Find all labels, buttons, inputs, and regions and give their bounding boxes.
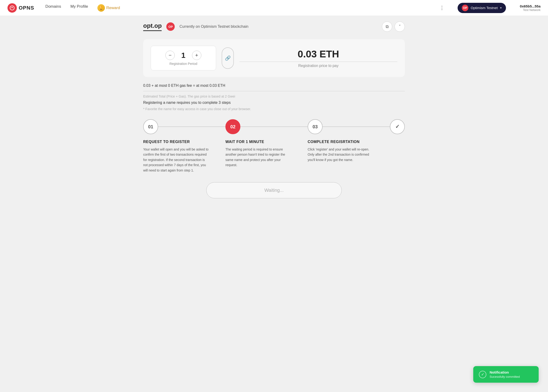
reward-icon: 🏆 — [97, 4, 105, 12]
network-selector-button[interactable]: OP Optimism Testnet ▾ — [458, 3, 506, 13]
op-badge: OP — [462, 5, 468, 11]
price-section: 0.03 ETH Registration price to pay — [239, 49, 397, 68]
step-check-header: ✓ — [390, 119, 405, 134]
divider — [143, 91, 405, 91]
step-3-desc: Click 'register' and your wallet will re… — [308, 147, 373, 162]
nav-more-button[interactable]: ⋮ — [438, 4, 446, 12]
step-2-title: WAIT FOR 1 MINUTE — [225, 140, 264, 144]
favorite-note: * Favorite the name for easy access in c… — [143, 107, 405, 111]
plus-icon: + — [195, 52, 198, 58]
step-1-title: REQUEST TO REGISTER — [143, 140, 190, 144]
nav-domains[interactable]: Domains — [45, 4, 61, 12]
network-label: Optimism Testnet — [471, 6, 498, 10]
step-check-circle: ✓ — [390, 119, 405, 134]
wallet-network: Test Network — [520, 8, 541, 12]
wallet-info: 0x65b5...55a Test Network — [520, 4, 541, 12]
wallet-address: 0x65b5...55a — [520, 4, 541, 8]
domain-actions: ⧉ ˅ — [382, 21, 405, 32]
nav-links: Domains My Profile 🏆 Reward — [45, 4, 426, 12]
step-2: 02 WAIT FOR 1 MINUTE The waiting period … — [225, 119, 308, 168]
link-toggle-button[interactable]: 🔗 — [222, 47, 234, 69]
gas-summary: 0.03 + at most 0 ETH gas fee = at most 0… — [143, 84, 405, 88]
step-1-desc: Your wallet will open and you will be as… — [143, 147, 209, 173]
period-label: Registration Period — [169, 62, 197, 66]
steps-required-text: Registering a name requires you to compl… — [143, 101, 405, 105]
nav-reward-label: Reward — [106, 6, 120, 10]
estimated-text: Estimated Total (Price + Gas). The gas p… — [143, 95, 405, 98]
logo[interactable]: OPNS — [7, 3, 34, 13]
step-1-circle: 01 — [143, 119, 158, 134]
period-controls: − 1 + — [165, 51, 201, 60]
price-divider — [239, 62, 397, 62]
copy-button[interactable]: ⧉ — [382, 21, 392, 32]
minus-icon: − — [169, 52, 172, 58]
period-box: − 1 + Registration Period — [151, 46, 216, 70]
notification-content: Notification Sucessfully committed — [490, 370, 520, 378]
chevron-down-icon: ˅ — [399, 24, 401, 29]
step-3-title: COMPLETE REGISRTATION — [308, 140, 360, 144]
domain-bar: opt.op OP Currently on Optimism Testnet … — [143, 21, 405, 32]
notification-check-icon: ✓ — [479, 371, 486, 378]
price-value: 0.03 ETH — [239, 49, 397, 60]
notification-subtitle: Sucessfully committed — [490, 375, 520, 378]
step-1-line — [158, 126, 225, 127]
step-2-desc: The waiting period is required to ensure… — [225, 147, 291, 168]
step-3-line — [323, 126, 390, 127]
period-value: 1 — [181, 51, 186, 60]
price-label: Registration price to pay — [239, 64, 397, 68]
chain-badge: OP — [166, 22, 175, 31]
step-1-header: 01 — [143, 119, 225, 134]
decrement-button[interactable]: − — [165, 51, 175, 60]
gas-info: 0.03 + at most 0 ETH gas fee = at most 0… — [143, 84, 405, 111]
registration-panel: − 1 + Registration Period 🔗 0.03 ETH Reg… — [143, 39, 405, 77]
step-check: ✓ — [390, 119, 405, 140]
step-2-circle: 02 — [225, 119, 240, 134]
chain-text: Currently on Optimism Testnet blockchain — [179, 25, 248, 29]
step-2-line — [240, 126, 308, 127]
chevron-down-icon: ▾ — [500, 6, 502, 10]
steps-row: 01 REQUEST TO REGISTER Your wallet will … — [143, 119, 405, 173]
nav-my-profile[interactable]: My Profile — [70, 4, 88, 12]
nav-reward[interactable]: 🏆 Reward — [97, 4, 120, 12]
step-3: 03 COMPLETE REGISRTATION Click 'register… — [308, 119, 390, 162]
logo-text: OPNS — [19, 5, 34, 11]
notification-toast: ✓ Notification Sucessfully committed — [473, 366, 539, 383]
link-icon: 🔗 — [225, 55, 231, 61]
main-content: opt.op OP Currently on Optimism Testnet … — [134, 16, 414, 212]
navbar: OPNS Domains My Profile 🏆 Reward ⋮ OP Op… — [0, 0, 548, 16]
logo-icon — [7, 3, 17, 13]
domain-name: opt.op — [143, 22, 162, 31]
step-2-header: 02 — [225, 119, 308, 134]
increment-button[interactable]: + — [192, 51, 201, 60]
chevron-button[interactable]: ˅ — [395, 21, 405, 32]
step-1: 01 REQUEST TO REGISTER Your wallet will … — [143, 119, 225, 173]
step-3-circle: 03 — [308, 119, 323, 134]
svg-point-0 — [10, 6, 14, 10]
copy-icon: ⧉ — [386, 24, 389, 29]
notification-title: Notification — [490, 370, 520, 374]
waiting-button: Waiting... — [206, 182, 342, 198]
step-3-header: 03 — [308, 119, 390, 134]
